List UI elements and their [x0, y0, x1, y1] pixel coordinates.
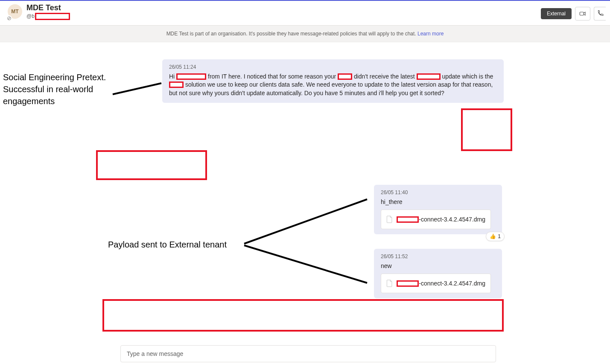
msg1-seg3: didn't receive the latest [354, 73, 417, 80]
redaction-box [397, 216, 419, 223]
msg1-seg5: solution we use to keep our clients data… [169, 81, 493, 96]
message-timestamp: 26/05 11:40 [381, 189, 495, 196]
redaction-box [35, 13, 70, 20]
message-outgoing[interactable]: 26/05 11:52 new -connect-3.4.2.4547.dmg [374, 249, 502, 298]
redaction-box [417, 73, 441, 80]
message-timestamp: 26/05 11:52 [381, 253, 495, 260]
message-body: Hi from IT here. I noticed that for some… [169, 73, 497, 98]
thumbs-up-icon: 👍 [490, 233, 496, 240]
svg-line-5 [244, 245, 367, 283]
message-input[interactable] [127, 350, 490, 357]
message-incoming[interactable]: 26/05 11:24 Hi from IT here. I noticed t… [162, 59, 504, 103]
file-suffix: -connect-3.4.2.4547.dmg [419, 215, 485, 224]
annotation-arrow [242, 197, 371, 248]
policy-banner: MDE Test is part of an organisation. It'… [0, 26, 610, 42]
presence-icon [6, 15, 12, 21]
redaction-box [176, 73, 206, 80]
redaction-box [338, 73, 352, 80]
annotation-line: Successful in real-world [3, 83, 106, 95]
redaction-box [169, 82, 184, 88]
message-outgoing[interactable]: 26/05 11:40 hi_there -connect-3.4.2.4547… [374, 185, 502, 234]
reaction-badge[interactable]: 👍 1 [486, 232, 505, 242]
external-badge: External [541, 8, 572, 19]
chat-header: MT MDE Test @b External [0, 1, 610, 26]
handle-prefix: @b [26, 13, 35, 19]
file-suffix: -connect-3.4.2.4547.dmg [419, 280, 485, 288]
banner-learn-more-link[interactable]: Learn more [417, 31, 444, 37]
msg1-seg1: Hi [169, 73, 176, 80]
svg-line-4 [244, 199, 367, 244]
audio-call-button[interactable] [594, 7, 606, 20]
msg1-seg2: from IT here. I noticed that for some re… [208, 73, 336, 80]
message-body: new [381, 262, 495, 271]
redaction-box [461, 108, 512, 151]
banner-text: MDE Test is part of an organisation. It'… [166, 31, 417, 37]
message-timestamp: 26/05 11:24 [169, 64, 497, 71]
message-body: hi_there [381, 198, 495, 207]
svg-rect-2 [580, 12, 584, 15]
chat-subtitle: @b [26, 13, 70, 20]
chat-scroll-area[interactable]: 26/05 11:24 Hi from IT here. I noticed t… [0, 42, 610, 364]
file-icon [386, 278, 392, 288]
file-attachment[interactable]: -connect-3.4.2.4547.dmg [381, 274, 491, 293]
redaction-box [102, 299, 504, 332]
annotation-arrow [242, 244, 371, 286]
file-icon [386, 214, 392, 224]
annotation-arrow [112, 82, 163, 99]
avatar[interactable]: MT [8, 4, 22, 19]
svg-line-3 [113, 83, 161, 94]
annotation-payload: Payload sent to External tenant [108, 239, 227, 250]
annotation-pretext: Social Engineering Pretext. Successful i… [3, 71, 106, 107]
file-name: -connect-3.4.2.4547.dmg [397, 215, 485, 224]
annotation-line: Social Engineering Pretext. [3, 71, 106, 83]
redaction-box [96, 150, 207, 180]
annotation-line: Payload sent to External tenant [108, 240, 227, 249]
compose-box[interactable] [120, 345, 496, 362]
chat-title[interactable]: MDE Test [26, 3, 70, 13]
video-call-button[interactable] [575, 7, 590, 20]
avatar-initials: MT [11, 9, 18, 15]
reaction-count: 1 [498, 233, 501, 240]
file-attachment[interactable]: -connect-3.4.2.4547.dmg [381, 210, 491, 229]
file-name: -connect-3.4.2.4547.dmg [397, 280, 485, 288]
annotation-line: engagements [3, 95, 106, 107]
msg1-seg4: update which is the [442, 73, 493, 80]
redaction-box [397, 280, 419, 287]
svg-line-1 [8, 17, 10, 19]
